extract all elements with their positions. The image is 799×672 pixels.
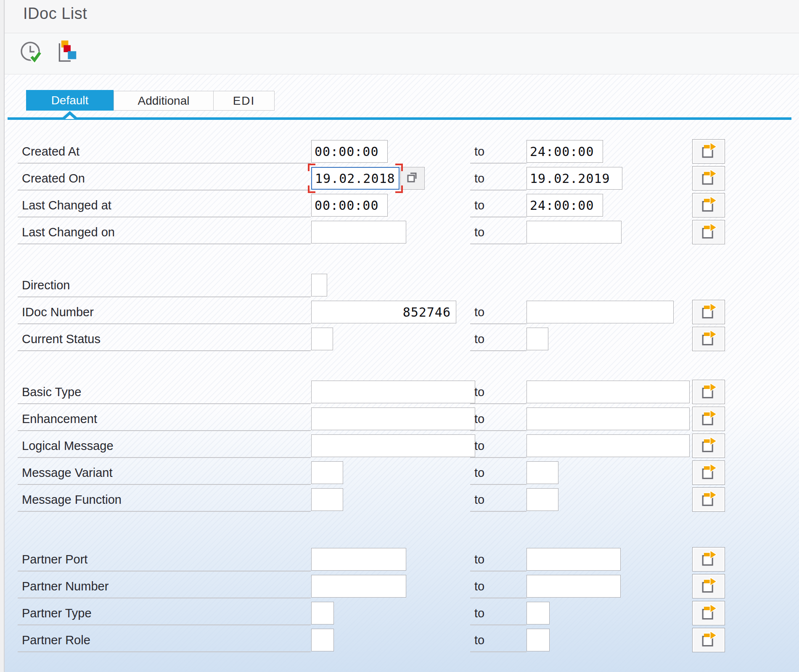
current-status-multiselect-button[interactable] [692,327,725,351]
created-on-to-input[interactable]: 19.02.2019 [526,167,622,190]
partner-role-label: Partner Role [18,629,311,652]
created-on-focus-corner-bl [308,185,315,193]
active-tab-notch-inner [65,115,74,119]
multiple-selection-arrow-icon [699,222,718,242]
partner-role-multiselect-button[interactable] [692,628,725,652]
created-on-focus-corner-tl [308,164,315,171]
idoc-number-label: IDoc Number [18,301,311,324]
multiple-selection-arrow-icon [699,489,718,510]
logical-message-from-input[interactable] [311,434,475,457]
basic-type-to-input[interactable] [526,381,690,403]
message-variant-from-input[interactable] [311,461,343,484]
message-function-multiselect-button[interactable] [692,487,725,512]
partner-port-from-input[interactable] [311,548,406,571]
direction-from-input[interactable] [311,274,327,296]
get-variant-button[interactable] [52,38,81,67]
multiple-selection-arrow-icon [699,195,718,215]
partner-number-multiselect-button[interactable] [692,574,725,598]
idoc-number-multiselect-button[interactable] [692,300,725,324]
to-label-logical-message: to [470,434,526,458]
created-on-value-help-button[interactable] [400,167,425,190]
enhancement-label: Enhancement [18,407,311,431]
last-changed-on-to-input[interactable] [526,221,622,243]
logical-message-to-input[interactable] [526,434,690,457]
to-label-enhancement: to [470,407,526,431]
partner-role-from-input[interactable] [311,629,334,651]
get-variant-icon [53,39,79,66]
created-on-multiselect-button[interactable] [692,166,725,190]
to-label-current-status: to [470,328,526,351]
logical-message-multiselect-button[interactable] [692,434,725,458]
partner-type-to-input[interactable] [526,602,550,624]
partner-port-to-input[interactable] [526,548,621,571]
multiple-selection-arrow-icon [699,141,718,161]
direction-label: Direction [18,274,311,297]
window-left-edge [0,0,5,672]
title-bar: IDoc List [0,0,799,33]
partner-type-label: Partner Type [18,602,311,625]
message-function-to-input[interactable] [526,488,558,511]
created-at-multiselect-button[interactable] [692,139,725,164]
created-on-to-value: 19.02.2019 [530,171,610,186]
created-at-from-value: 00:00:00 [315,144,379,159]
created-on-from-input[interactable]: 19.02.2018 [311,167,400,190]
partner-role-to-input[interactable] [526,629,550,651]
message-variant-to-input[interactable] [526,461,558,484]
multiple-selection-arrow-icon [699,302,718,322]
message-variant-label: Message Variant [18,461,311,485]
to-label-partner-port: to [470,548,526,571]
created-at-to-input[interactable]: 24:00:00 [526,140,603,163]
last-changed-at-from-input[interactable]: 00:00:00 [311,194,388,217]
message-variant-multiselect-button[interactable] [692,460,725,485]
current-status-to-input[interactable] [526,328,548,350]
multiple-selection-arrow-icon [699,463,718,483]
to-label-last-changed-on: to [470,221,526,244]
created-at-from-input[interactable]: 00:00:00 [311,140,388,163]
current-status-label: Current Status [18,328,311,351]
enhancement-from-input[interactable] [311,407,475,430]
value-help-overlap-icon [404,169,421,188]
partner-port-multiselect-button[interactable] [692,547,725,571]
idoc-number-from-input[interactable]: 852746 [311,301,456,323]
last-changed-on-from-input[interactable] [311,221,406,243]
to-label-message-function: to [470,488,526,512]
multiple-selection-arrow-icon [699,382,718,402]
tab-edi[interactable]: EDI [213,91,275,111]
last-changed-at-multiselect-button[interactable] [692,193,725,217]
partner-type-multiselect-button[interactable] [692,601,725,625]
created-on-label: Created On [18,167,311,190]
multiple-selection-arrow-icon [699,576,718,596]
partner-number-from-input[interactable] [311,575,406,598]
tab-default[interactable]: Default [26,90,114,111]
idoc-number-to-input[interactable] [526,301,674,323]
to-label-idoc-number: to [470,301,526,324]
last-changed-on-multiselect-button[interactable] [692,220,725,244]
application-toolbar [0,33,799,74]
partner-number-label: Partner Number [18,575,311,598]
created-on-from-value: 19.02.2018 [315,171,395,186]
multiple-selection-arrow-icon [699,630,718,650]
to-label-partner-number: to [470,575,526,598]
basic-type-multiselect-button[interactable] [692,380,725,404]
current-status-from-input[interactable] [311,328,333,350]
to-label-message-variant: to [470,461,526,485]
to-label-created-at: to [470,140,526,164]
logical-message-label: Logical Message [18,434,311,458]
message-function-from-input[interactable] [311,488,343,511]
basic-type-label: Basic Type [18,381,311,404]
multiple-selection-arrow-icon [699,168,718,188]
enhancement-to-input[interactable] [526,407,690,430]
tab-additional[interactable]: Additional [114,91,214,111]
multiple-selection-arrow-icon [699,409,718,429]
basic-type-from-input[interactable] [311,381,475,403]
execute-button[interactable] [17,38,45,67]
last-changed-at-to-input[interactable]: 24:00:00 [526,194,603,217]
partner-number-to-input[interactable] [526,575,621,598]
message-function-label: Message Function [18,488,311,512]
last-changed-at-from-value: 00:00:00 [315,198,379,213]
created-at-label: Created At [18,140,311,164]
multiple-selection-arrow-icon [699,329,718,349]
partner-type-from-input[interactable] [311,602,334,624]
enhancement-multiselect-button[interactable] [692,407,725,431]
last-changed-on-label: Last Changed on [18,221,311,244]
